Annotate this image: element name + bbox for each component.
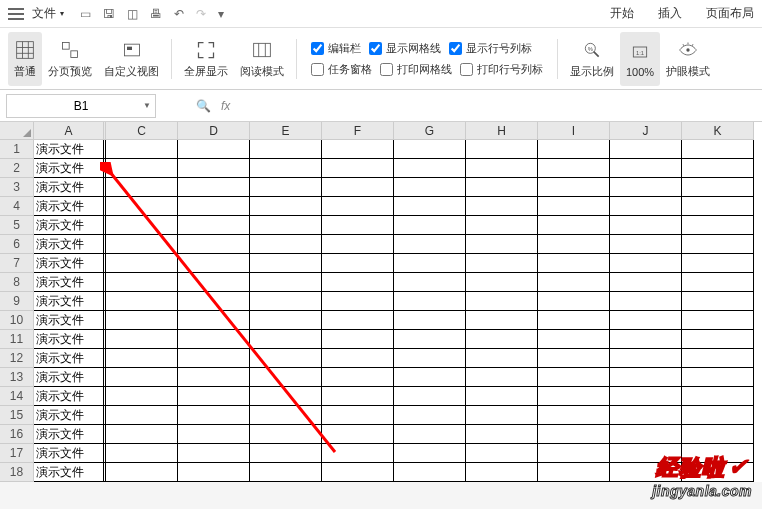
zoom-100[interactable]: 1:1 100% xyxy=(620,32,660,86)
cell[interactable] xyxy=(394,216,466,235)
open-icon[interactable]: ▭ xyxy=(80,7,91,21)
cell[interactable] xyxy=(178,178,250,197)
cell[interactable] xyxy=(250,311,322,330)
cell[interactable]: 演示文件 xyxy=(34,292,104,311)
cell[interactable] xyxy=(682,216,754,235)
file-menu[interactable]: 文件 ▾ xyxy=(32,5,64,22)
cell[interactable] xyxy=(394,387,466,406)
cell[interactable]: 演示文件 xyxy=(34,273,104,292)
row-header[interactable]: 3 xyxy=(0,178,34,197)
cell[interactable]: 演示文件 xyxy=(34,444,104,463)
row-header[interactable]: 9 xyxy=(0,292,34,311)
check-print-rowcol[interactable]: 打印行号列标 xyxy=(460,62,543,77)
row-header[interactable]: 12 xyxy=(0,349,34,368)
cell[interactable] xyxy=(178,197,250,216)
check-print-grid[interactable]: 打印网格线 xyxy=(380,62,452,77)
cell[interactable] xyxy=(250,235,322,254)
cell[interactable] xyxy=(538,254,610,273)
cell[interactable] xyxy=(106,216,178,235)
cell[interactable] xyxy=(106,425,178,444)
cell[interactable] xyxy=(682,368,754,387)
cell[interactable] xyxy=(178,425,250,444)
cell[interactable] xyxy=(322,444,394,463)
zoom-lens-icon[interactable]: 🔍 xyxy=(196,99,211,113)
cell[interactable] xyxy=(178,292,250,311)
tab-page-layout[interactable]: 页面布局 xyxy=(706,5,754,22)
cell[interactable] xyxy=(394,292,466,311)
cell[interactable] xyxy=(322,273,394,292)
cell[interactable] xyxy=(610,159,682,178)
cell[interactable] xyxy=(538,273,610,292)
fx-label[interactable]: fx xyxy=(221,99,230,113)
cell[interactable] xyxy=(610,254,682,273)
cell[interactable] xyxy=(322,425,394,444)
cell[interactable] xyxy=(178,216,250,235)
cell[interactable] xyxy=(394,159,466,178)
cell[interactable] xyxy=(682,406,754,425)
cell[interactable] xyxy=(538,140,610,159)
cell[interactable] xyxy=(538,425,610,444)
view-normal[interactable]: 普通 xyxy=(8,32,42,86)
cell[interactable] xyxy=(178,273,250,292)
view-fullscreen[interactable]: 全屏显示 xyxy=(178,32,234,86)
cell[interactable] xyxy=(394,235,466,254)
cell[interactable] xyxy=(250,444,322,463)
cell[interactable] xyxy=(250,216,322,235)
cell[interactable] xyxy=(250,330,322,349)
cell[interactable] xyxy=(394,311,466,330)
col-header[interactable]: G xyxy=(394,122,466,140)
cell[interactable] xyxy=(322,311,394,330)
check-gridlines[interactable]: 显示网格线 xyxy=(369,41,441,56)
col-header[interactable]: D xyxy=(178,122,250,140)
cell[interactable] xyxy=(682,178,754,197)
cell[interactable] xyxy=(538,463,610,482)
cell[interactable] xyxy=(106,159,178,178)
cell[interactable] xyxy=(250,349,322,368)
cell[interactable] xyxy=(682,197,754,216)
check-rowcol[interactable]: 显示行号列标 xyxy=(449,41,532,56)
row-header[interactable]: 2 xyxy=(0,159,34,178)
cell[interactable] xyxy=(538,330,610,349)
cell[interactable] xyxy=(178,159,250,178)
col-header[interactable]: J xyxy=(610,122,682,140)
cell[interactable] xyxy=(322,349,394,368)
cell[interactable] xyxy=(394,273,466,292)
cell[interactable] xyxy=(538,235,610,254)
eye-care[interactable]: 护眼模式 xyxy=(660,32,716,86)
cell[interactable] xyxy=(538,444,610,463)
cell[interactable] xyxy=(322,159,394,178)
cell[interactable] xyxy=(394,178,466,197)
cell[interactable] xyxy=(610,368,682,387)
cell[interactable] xyxy=(178,330,250,349)
row-header[interactable]: 14 xyxy=(0,387,34,406)
cell-reference-box[interactable]: B1 ▼ xyxy=(6,94,156,118)
cell[interactable] xyxy=(250,254,322,273)
cell[interactable] xyxy=(322,178,394,197)
cell[interactable] xyxy=(682,273,754,292)
cell[interactable] xyxy=(682,235,754,254)
cell[interactable] xyxy=(322,197,394,216)
col-header[interactable]: A xyxy=(34,122,104,140)
cell[interactable] xyxy=(466,387,538,406)
cell[interactable] xyxy=(466,216,538,235)
cell[interactable]: 演示文件 xyxy=(34,406,104,425)
cell[interactable] xyxy=(178,235,250,254)
zoom-button[interactable]: % 显示比例 xyxy=(564,32,620,86)
cell[interactable]: 演示文件 xyxy=(34,311,104,330)
cell[interactable]: 演示文件 xyxy=(34,349,104,368)
cell[interactable] xyxy=(322,387,394,406)
cell[interactable]: 演示文件 xyxy=(34,368,104,387)
row-header[interactable]: 15 xyxy=(0,406,34,425)
row-header[interactable]: 13 xyxy=(0,368,34,387)
row-header[interactable]: 17 xyxy=(0,444,34,463)
cell[interactable] xyxy=(106,254,178,273)
cell[interactable] xyxy=(106,292,178,311)
cell[interactable] xyxy=(106,406,178,425)
cell[interactable]: 演示文件 xyxy=(34,463,104,482)
cell[interactable] xyxy=(466,140,538,159)
cell[interactable] xyxy=(178,444,250,463)
cell[interactable] xyxy=(250,140,322,159)
cell[interactable] xyxy=(538,406,610,425)
cell[interactable]: 演示文件 xyxy=(34,197,104,216)
cell[interactable]: 演示文件 xyxy=(34,216,104,235)
